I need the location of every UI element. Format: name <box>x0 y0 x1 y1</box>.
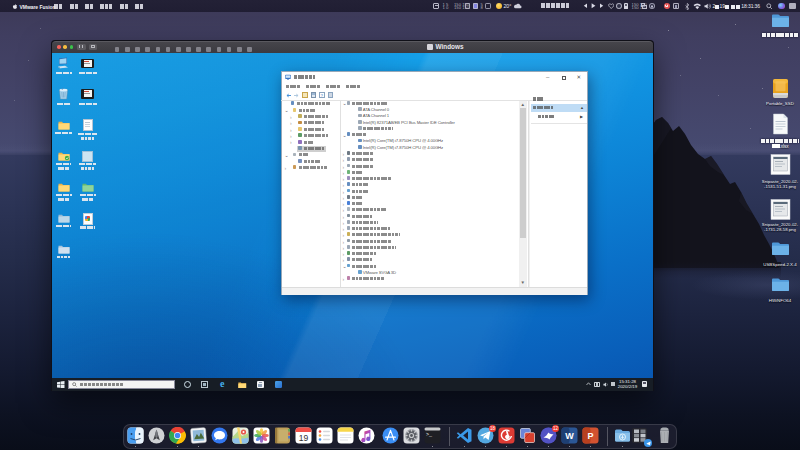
svg-text:19: 19 <box>299 432 309 442</box>
svg-text:P: P <box>587 431 593 441</box>
svg-text:W: W <box>565 431 574 441</box>
svg-text:>_: >_ <box>426 431 433 437</box>
